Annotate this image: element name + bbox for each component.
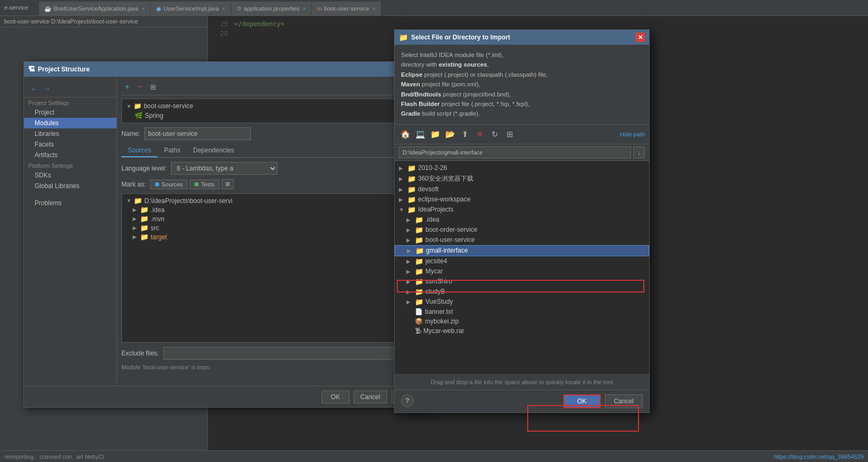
sf-item-ideaprojects[interactable]: ▼ 📁 IdeaProjects bbox=[395, 205, 649, 215]
ide-tab-3[interactable]: ⚙ application.properties × bbox=[231, 2, 311, 15]
status-message-2: ccessed con bbox=[39, 453, 72, 460]
sf-item-boot-order[interactable]: ▶ 📁 boot-order-service bbox=[395, 225, 649, 235]
exclude-input[interactable] bbox=[163, 347, 423, 360]
sf-item-gmall[interactable]: ▶ 📁 gmall-interface bbox=[395, 245, 649, 256]
idea-arrow: ▶ bbox=[133, 207, 138, 213]
sf-close-button[interactable]: ✕ bbox=[635, 33, 645, 42]
ps-module-toolbar: + − ⊞ bbox=[121, 81, 423, 95]
mark-as-row: Mark as: Sources Tests ⊞ bbox=[121, 179, 423, 189]
source-mvn-item[interactable]: ▶ 📁 .mvn bbox=[122, 214, 423, 223]
source-tree[interactable]: ▼ 📁 D:\IdeaProjects\boot-user-servi ▶ 📁 … bbox=[121, 193, 423, 343]
root-folder-icon: 📁 bbox=[134, 197, 142, 205]
sf-up-button[interactable]: ⬆ bbox=[458, 128, 471, 141]
sf-item-banner[interactable]: ▶ 📄 banner.txt bbox=[395, 307, 649, 317]
sidebar-item-artifacts[interactable]: Artifacts bbox=[24, 150, 117, 160]
source-src-item[interactable]: ▶ 📁 src bbox=[122, 223, 423, 232]
sf-view-button[interactable]: ⊞ bbox=[503, 128, 516, 141]
sf-browse-button[interactable]: ↓ bbox=[633, 147, 645, 158]
sf-newfolder-button[interactable]: 📂 bbox=[444, 128, 456, 141]
ps-ok-button[interactable]: OK bbox=[322, 391, 349, 403]
source-target-item[interactable]: ▶ 📁 target bbox=[122, 232, 423, 241]
language-label: Language level: bbox=[121, 165, 167, 172]
tab4-close[interactable]: × bbox=[372, 6, 375, 12]
sidebar-item-modules[interactable]: Modules bbox=[24, 118, 117, 128]
sf-ok-button[interactable]: OK bbox=[563, 394, 601, 408]
sf-item-2010[interactable]: ▶ 📁 2010-2-26 bbox=[395, 163, 649, 173]
arrow-360: ▶ bbox=[399, 176, 405, 182]
sidebar-item-facets[interactable]: Facets bbox=[24, 139, 117, 150]
tab-paths[interactable]: Paths bbox=[158, 144, 187, 157]
module-name-input[interactable] bbox=[144, 127, 251, 140]
sf-item-devsoft[interactable]: ▶ 📁 devsoft bbox=[395, 184, 649, 194]
tests-label: Tests bbox=[201, 181, 215, 188]
ps-cancel-button[interactable]: Cancel bbox=[354, 391, 387, 403]
arrow-vuestudy: ▶ bbox=[406, 299, 413, 305]
module-note: Module 'boot-user-service' is impo bbox=[121, 364, 423, 370]
sf-item-mycar-web[interactable]: ▶ 🗜 Mycar-web.rar bbox=[395, 326, 649, 336]
source-root-item[interactable]: ▼ 📁 D:\IdeaProjects\boot-user-servi bbox=[122, 196, 423, 205]
label-mycar: Mycar bbox=[425, 268, 443, 275]
sf-item-eclipse[interactable]: ▶ 📁 eclipse-workspace bbox=[395, 194, 649, 205]
ps-back-button[interactable]: ← bbox=[28, 83, 40, 95]
sidebar-item-libraries[interactable]: Libraries bbox=[24, 128, 117, 139]
arrow-2010: ▶ bbox=[399, 165, 405, 171]
source-idea-item[interactable]: ▶ 📁 .idea bbox=[122, 205, 423, 214]
sf-refresh-button[interactable]: ↻ bbox=[488, 128, 501, 141]
mark-extra-button[interactable]: ⊞ bbox=[222, 179, 234, 189]
ide-tab-4[interactable]: m boot-user-service × bbox=[312, 2, 381, 15]
mark-tests-button[interactable]: Tests bbox=[190, 180, 219, 189]
leaf-icon: 🌿 bbox=[135, 112, 143, 119]
sf-folder-button[interactable]: 📁 bbox=[429, 128, 441, 141]
sf-item-boot-user[interactable]: ▶ 📁 boot-user-service bbox=[395, 235, 649, 245]
sidebar-item-sdks[interactable]: SDKs bbox=[24, 170, 117, 181]
ps-title-icon: 🏗 bbox=[28, 66, 35, 73]
sf-item-ssmshiro[interactable]: ▶ 📁 ssmShiro bbox=[395, 277, 649, 287]
ide-tab-2[interactable]: ◉ UserServiceImpl.java × bbox=[151, 2, 231, 15]
label-studyb: studyB bbox=[425, 288, 445, 295]
module-item-boot-user-service[interactable]: ▼ 📁 boot-user-service bbox=[122, 101, 423, 111]
sf-hide-path[interactable]: Hide path bbox=[620, 131, 645, 137]
status-bar: reimporting. ccessed con art NettyCl htt… bbox=[0, 450, 868, 462]
sf-file-tree[interactable]: ▶ 📁 2010-2-26 ▶ 📁 360安全浏览器下载 ▶ 📁 devsoft… bbox=[395, 161, 649, 374]
sf-item-vuestudy[interactable]: ▶ 📁 VueStudy bbox=[395, 297, 649, 307]
sf-item-studyb[interactable]: ▶ 📁 studyB bbox=[395, 287, 649, 297]
sf-item-mycar[interactable]: ▶ 📁 Mycar bbox=[395, 266, 649, 277]
project-path: boot-user-service D:\IdeaProjects\boot-u… bbox=[4, 18, 138, 25]
tab-sources[interactable]: Sources bbox=[121, 144, 158, 157]
tab1-close[interactable]: × bbox=[142, 6, 145, 12]
module-item-spring[interactable]: 🌿 Spring bbox=[122, 111, 423, 120]
copy-module-button[interactable]: ⊞ bbox=[147, 81, 159, 93]
sf-item-jecsite[interactable]: ▶ 📁 jecsite4 bbox=[395, 256, 649, 266]
add-module-button[interactable]: + bbox=[121, 81, 133, 93]
sf-path-input[interactable] bbox=[399, 147, 631, 158]
language-select[interactable]: 8 - Lambdas, type a bbox=[171, 162, 277, 175]
tab-dependencies[interactable]: Dependencies bbox=[187, 144, 241, 157]
sidebar-item-project[interactable]: Project bbox=[24, 107, 117, 118]
tab3-close[interactable]: × bbox=[302, 6, 306, 12]
status-message: reimporting. bbox=[4, 453, 35, 460]
sidebar-item-global-libraries[interactable]: Global Libraries bbox=[24, 181, 117, 191]
label-jecsite: jecsite4 bbox=[425, 257, 447, 265]
ide-tab-1[interactable]: ☕ BootUserServiceApplication.java × bbox=[39, 2, 150, 15]
sf-help-button[interactable]: ? bbox=[401, 394, 414, 407]
sf-toolbar: 🏠 💻 📁 📂 ⬆ ✕ ↻ ⊞ Hide path bbox=[395, 125, 649, 144]
sf-item-mybokei[interactable]: ▶ 📦 mybokei.zip bbox=[395, 317, 649, 326]
ps-forward-button[interactable]: → bbox=[41, 83, 53, 95]
mvn-label: .mvn bbox=[151, 215, 165, 223]
mark-sources-button[interactable]: Sources bbox=[150, 180, 187, 189]
tab2-close[interactable]: × bbox=[222, 6, 225, 12]
sf-home-button[interactable]: 🏠 bbox=[399, 128, 412, 141]
sf-item-360[interactable]: ▶ 📁 360安全浏览器下载 bbox=[395, 173, 649, 184]
sidebar-item-problems[interactable]: Problems bbox=[24, 198, 117, 208]
sf-cancel-button[interactable]: Cancel bbox=[605, 394, 643, 408]
ps-sidebar: ← → Project Settings Project Modules Lib… bbox=[24, 77, 117, 407]
label-gmall: gmall-interface bbox=[426, 247, 468, 254]
status-message-3: art NettyCl bbox=[76, 453, 104, 460]
sf-delete-button[interactable]: ✕ bbox=[473, 128, 486, 141]
sf-item-idea[interactable]: ▶ 📁 .idea bbox=[395, 215, 649, 225]
module-name-row: Name: bbox=[121, 127, 423, 140]
sf-computer-button[interactable]: 💻 bbox=[414, 128, 427, 141]
remove-module-button[interactable]: − bbox=[134, 81, 146, 93]
arrow-boot-order: ▶ bbox=[406, 227, 413, 233]
label-2010: 2010-2-26 bbox=[418, 164, 447, 172]
